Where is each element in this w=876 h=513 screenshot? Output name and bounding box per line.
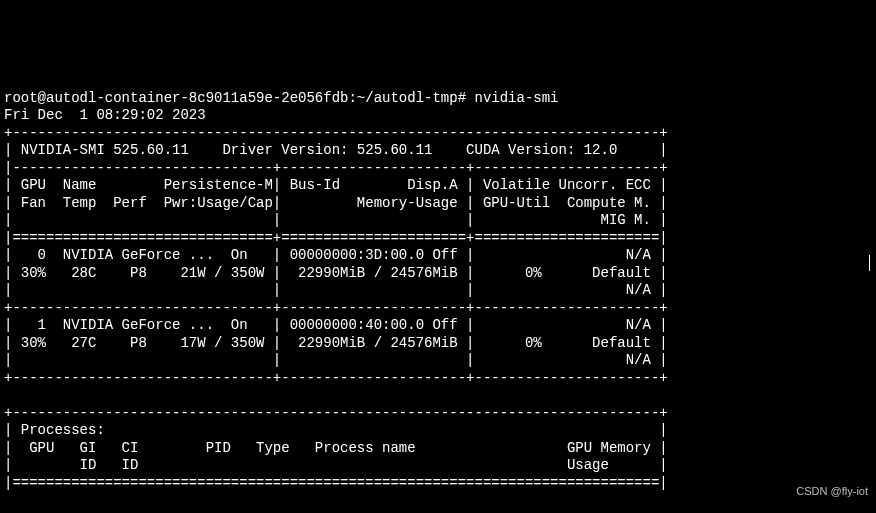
section-separator: |-------------------------------+-------… (4, 160, 668, 176)
column-header-row-3: | | | MIG M. | (4, 212, 668, 228)
gpu-1-row-1: | 1 NVIDIA GeForce ... On | 00000000:40:… (4, 317, 668, 333)
double-separator: |===============================+=======… (4, 230, 668, 246)
prompt-line: root@autodl-container-8c9011a59e-2e056fd… (4, 90, 559, 106)
gpu-0-row-2: | 30% 28C P8 21W / 350W | 22990MiB / 245… (4, 265, 668, 281)
gpu-0-row-1: | 0 NVIDIA GeForce ... On | 00000000:3D:… (4, 247, 668, 263)
table-border-bottom: +-------------------------------+-------… (4, 370, 668, 386)
terminal-output[interactable]: root@autodl-container-8c9011a59e-2e056fd… (0, 70, 876, 494)
processes-border-top: +---------------------------------------… (4, 405, 668, 421)
mid-separator: +-------------------------------+-------… (4, 300, 668, 316)
watermark-text: CSDN @fly-iot (796, 485, 868, 499)
table-border-top: +---------------------------------------… (4, 125, 668, 141)
column-header-row-2: | Fan Temp Perf Pwr:Usage/Cap| Memory-Us… (4, 195, 668, 211)
gpu-1-row-3: | | | N/A | (4, 352, 668, 368)
column-header-row-1: | GPU Name Persistence-M| Bus-Id Disp.A … (4, 177, 668, 193)
header-versions: | NVIDIA-SMI 525.60.11 Driver Version: 5… (4, 142, 668, 158)
gpu-1-row-2: | 30% 27C P8 17W / 350W | 22990MiB / 245… (4, 335, 668, 351)
timestamp-line: Fri Dec 1 08:29:02 2023 (4, 107, 206, 123)
processes-separator: |=======================================… (4, 475, 668, 491)
gpu-0-row-3: | | | N/A | (4, 282, 668, 298)
text-cursor-icon (869, 255, 870, 271)
processes-header: | Processes: | (4, 422, 668, 438)
processes-columns-row-2: | ID ID Usage | (4, 457, 668, 473)
processes-columns-row-1: | GPU GI CI PID Type Process name GPU Me… (4, 440, 668, 456)
blank-line (4, 387, 668, 403)
